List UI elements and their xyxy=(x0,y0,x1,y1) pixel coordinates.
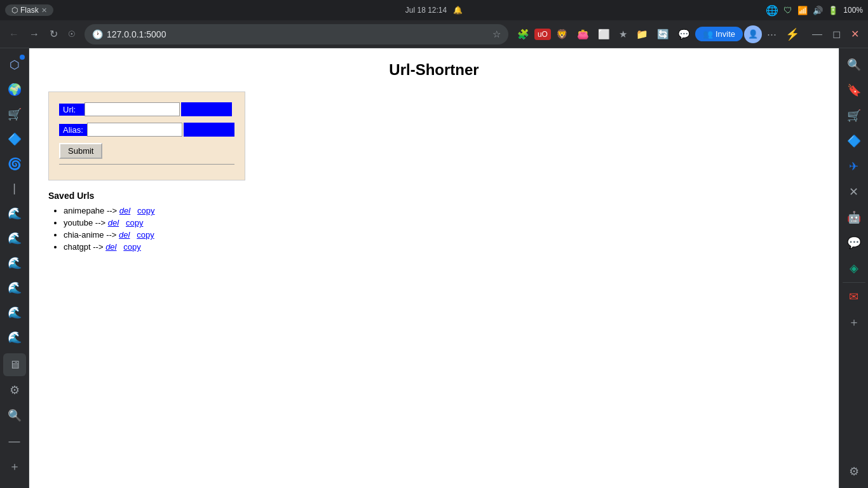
content-area: Url-Shortner Url: Alias: Submit Saved Ur… xyxy=(29,48,839,488)
sidebar-icon-8[interactable]: 🌊 xyxy=(3,252,26,274)
sidebar-icon-5[interactable]: | xyxy=(3,177,26,200)
address-bar-container[interactable]: 🕐 ☆ xyxy=(85,24,508,44)
right-sidebar-shopping[interactable]: 🛒 xyxy=(843,104,865,127)
reload-button[interactable]: ↻ xyxy=(46,25,62,43)
title-bar-right: 🌐 🛡 📶 🔊 🔋 100% xyxy=(766,4,863,17)
shield-icon: 🛡 xyxy=(783,5,792,15)
del-link-chatgpt[interactable]: del xyxy=(105,242,116,252)
list-item: chia-anime --> del copy xyxy=(64,230,820,240)
right-sidebar-search[interactable]: 🔍 xyxy=(843,53,865,76)
right-sidebar-divider1 xyxy=(843,282,865,283)
adblock-button[interactable]: uO xyxy=(534,29,551,40)
right-sidebar: 🔍 🔖 🛒 🔷 ✈ ✕ 🤖 💬 ◈ ✉ ＋ ⚙ xyxy=(839,48,868,488)
volume-icon: 🔊 xyxy=(813,6,823,15)
right-sidebar-whatsapp[interactable]: 💬 xyxy=(843,231,865,254)
copy-link-animepahe[interactable]: copy xyxy=(137,206,154,215)
wallet-button[interactable]: 👛 xyxy=(573,26,593,43)
url-input[interactable] xyxy=(85,102,180,116)
brave-button[interactable]: 🦁 xyxy=(552,26,572,43)
pill-close[interactable]: ✕ xyxy=(41,6,47,15)
copy-link-chatgpt[interactable]: copy xyxy=(123,242,140,252)
right-sidebar-openai[interactable]: ◈ xyxy=(843,257,865,280)
maximize-button[interactable]: ◻ xyxy=(829,25,844,43)
invite-button[interactable]: 👥 Invite xyxy=(695,27,743,41)
sidebar-icon-6[interactable]: 🌊 xyxy=(3,202,26,224)
right-sidebar-shape[interactable]: 🔷 xyxy=(843,130,865,152)
sidebar-icon-9[interactable]: 🌊 xyxy=(3,276,26,299)
copy-link-chia-anime[interactable]: copy xyxy=(137,230,154,240)
sidebar-icon-10[interactable]: 🌊 xyxy=(3,301,26,323)
del-link-chia-anime[interactable]: del xyxy=(119,230,130,240)
more-button[interactable]: ⋯ xyxy=(763,26,780,43)
right-sidebar-x[interactable]: ✕ xyxy=(843,180,865,203)
right-sidebar-plane[interactable]: ✈ xyxy=(843,155,865,178)
right-sidebar-add[interactable]: ＋ xyxy=(843,311,865,334)
flask-label: Flask xyxy=(20,6,39,15)
browser-toolbar: ← → ↻ ☉ 🕐 ☆ 🧩 uO 🦁 👛 ⬜ ★ 📁 🔄 💬 👥 Invite … xyxy=(0,20,868,48)
form-divider xyxy=(59,164,234,165)
datetime-text: Jul 18 12:14 xyxy=(405,6,447,15)
sidebar-icon-3[interactable]: 🔷 xyxy=(3,128,26,150)
sidebar-toggle[interactable]: ⬜ xyxy=(594,26,614,43)
url-label: Url: xyxy=(59,104,85,116)
invite-label: Invite xyxy=(715,29,735,39)
bookmark-star-icon[interactable]: ☆ xyxy=(492,29,501,40)
item-name-chia-anime: chia-anime --> xyxy=(64,230,119,240)
collections-button[interactable]: 📁 xyxy=(632,26,652,43)
del-link-youtube[interactable]: del xyxy=(108,218,119,227)
right-sidebar-settings[interactable]: ⚙ xyxy=(843,460,865,483)
title-bar: ⬡ Flask ✕ Jul 18 12:14 🔔 🌐 🛡 📶 🔊 🔋 100% xyxy=(0,0,868,20)
sidebar-plus-icon[interactable]: ＋ xyxy=(3,455,26,478)
battery-text: 100% xyxy=(843,6,863,15)
right-sidebar-bookmark[interactable]: 🔖 xyxy=(843,79,865,102)
alias-input[interactable] xyxy=(87,123,182,137)
sidebar-screen-icon[interactable]: 🖥 xyxy=(3,353,26,376)
title-bar-left: ⬡ Flask ✕ xyxy=(5,4,53,16)
list-item: chatgpt --> del copy xyxy=(64,242,820,252)
back-button[interactable]: ← xyxy=(5,26,23,43)
extensions-button[interactable]: 🧩 xyxy=(513,26,533,43)
wifi-icon: 📶 xyxy=(797,6,808,15)
right-sidebar-gmail[interactable]: ✉ xyxy=(843,285,865,308)
home-button[interactable]: ☉ xyxy=(64,27,79,41)
list-item: youtube --> del copy xyxy=(64,218,820,227)
del-link-animepahe[interactable]: del xyxy=(119,206,130,215)
flask-icon: ⬡ xyxy=(11,6,18,15)
sidebar-icon-1[interactable]: 🌍 xyxy=(3,78,26,100)
sidebar-icon-2[interactable]: 🛒 xyxy=(3,103,26,125)
sidebar-icon-4[interactable]: 🌀 xyxy=(3,152,26,175)
sidebar-icon-7[interactable]: 🌊 xyxy=(3,227,26,249)
right-sidebar-ai[interactable]: 🤖 xyxy=(843,206,865,229)
url-form-container: Url: Alias: Submit xyxy=(48,92,245,180)
copy-link-youtube[interactable]: copy xyxy=(126,218,143,227)
forward-button[interactable]: → xyxy=(25,26,43,43)
address-input[interactable] xyxy=(107,29,489,39)
item-name-chatgpt: chatgpt --> xyxy=(64,242,105,252)
submit-button[interactable]: Submit xyxy=(59,143,102,159)
flask-pill[interactable]: ⬡ Flask ✕ xyxy=(5,4,53,16)
battery-icon: 🔋 xyxy=(828,6,838,15)
sidebar-add-icon[interactable]: — xyxy=(3,430,26,452)
sidebar-badge xyxy=(20,55,25,60)
sidebar-icon-flask[interactable]: ⬡ xyxy=(3,53,26,76)
copilot-ai-button[interactable]: ⚡ xyxy=(782,25,803,44)
left-sidebar: ⬡ 🌍 🛒 🔷 🌀 | 🌊 🌊 🌊 🌊 🌊 🌊 🖥 ⚙ 🔍 — ＋ xyxy=(0,48,29,488)
bell-icon[interactable]: 🔔 xyxy=(453,6,463,15)
datetime-display: Jul 18 12:14 🔔 xyxy=(405,6,463,15)
user-avatar[interactable]: 👤 xyxy=(744,25,762,43)
invite-icon: 👥 xyxy=(703,29,713,39)
minimize-button[interactable]: — xyxy=(808,26,826,43)
clock-icon: 🕐 xyxy=(92,29,103,39)
favorites-button[interactable]: ★ xyxy=(615,26,631,43)
edge-icon: 🌐 xyxy=(766,4,778,17)
copilot-button[interactable]: 💬 xyxy=(674,26,694,43)
sidebar-search-icon[interactable]: 🔍 xyxy=(3,404,26,427)
sidebar-settings-icon[interactable]: ⚙ xyxy=(3,379,26,402)
alias-button[interactable] xyxy=(184,123,234,137)
browser-sync[interactable]: 🔄 xyxy=(653,26,673,43)
alias-label: Alias: xyxy=(59,124,87,136)
sidebar-icon-11[interactable]: 🌊 xyxy=(3,326,26,348)
url-button[interactable] xyxy=(181,102,232,116)
close-button[interactable]: ✕ xyxy=(847,25,863,43)
item-name-youtube: youtube --> xyxy=(64,218,108,227)
